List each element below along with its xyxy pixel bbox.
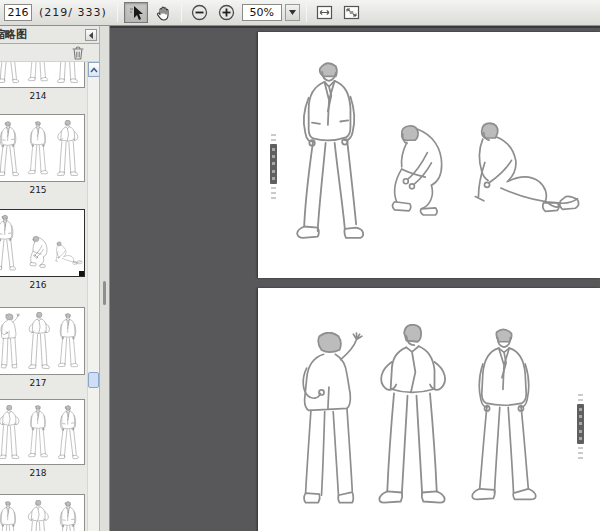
zoom-out-button[interactable] <box>188 2 212 23</box>
hand-icon <box>155 5 171 21</box>
sidebar-scrollbar[interactable] <box>87 62 99 531</box>
page-thumbnail-next-partial[interactable] <box>0 494 85 531</box>
select-tool-button[interactable] <box>124 2 148 23</box>
page-217-artwork <box>258 288 600 531</box>
zoom-in-button[interactable] <box>215 2 239 23</box>
fit-page-button[interactable] <box>340 2 364 23</box>
page-thumbnail-216-selected[interactable] <box>0 209 85 277</box>
thumbnail-page-label: 214 <box>0 91 85 101</box>
page-thumbnail-215[interactable] <box>0 114 85 182</box>
chevron-down-icon <box>289 10 296 15</box>
page-217[interactable] <box>258 288 600 531</box>
fit-page-icon <box>343 5 360 20</box>
page-thumbnail-218[interactable] <box>0 399 85 465</box>
toolbar-separator <box>181 4 182 22</box>
thumbnails-panel-header: 缩略图 <box>0 26 99 44</box>
thumbnail-page-label: 217 <box>0 378 85 388</box>
thumbnails-toolbar <box>0 44 99 62</box>
thumbnail-page-label: 216 <box>0 280 85 290</box>
page-216[interactable] <box>258 32 600 278</box>
hand-tool-button[interactable] <box>151 2 175 23</box>
minus-circle-icon <box>191 4 208 21</box>
thumbnail-page-label: 218 <box>0 468 85 478</box>
zoom-level-value[interactable]: 50% <box>242 4 282 21</box>
vertical-caption-strip <box>270 134 277 199</box>
document-viewer <box>110 26 600 531</box>
thumbnails-panel: 缩略图 214 <box>0 26 99 531</box>
vertical-caption-strip <box>577 394 584 459</box>
toolbar: (219/ 333) <box>0 0 600 26</box>
scrollbar-thumb[interactable] <box>88 372 99 388</box>
fit-width-button[interactable] <box>313 2 337 23</box>
toolbar-separator <box>117 4 118 22</box>
page-thumbnail-217[interactable] <box>0 307 85 375</box>
plus-circle-icon <box>218 4 235 21</box>
scroll-up-button[interactable] <box>88 62 99 77</box>
cursor-arrow-icon <box>128 5 144 21</box>
toolbar-separator <box>306 4 307 22</box>
splitter-grip[interactable] <box>103 281 106 305</box>
zoom-level-text: 50% <box>250 6 274 19</box>
trash-icon <box>72 46 84 60</box>
thumbnail-list: 214 215 216 <box>0 62 87 531</box>
page-thumbnail-214[interactable] <box>0 62 85 88</box>
panel-splitter[interactable] <box>99 26 110 531</box>
page-216-artwork <box>258 32 600 278</box>
page-number-input[interactable] <box>4 4 32 21</box>
pdf-viewer-window: (219/ 333) <box>0 0 600 531</box>
delete-page-button[interactable] <box>70 45 86 61</box>
page-count-label: (219/ 333) <box>39 6 107 19</box>
chevron-up-icon <box>90 67 98 73</box>
collapse-left-icon <box>88 32 95 39</box>
panel-collapse-button[interactable] <box>85 29 97 41</box>
thumbnail-page-label: 215 <box>0 185 85 195</box>
thumbnails-panel-title: 缩略图 <box>0 27 27 42</box>
fit-width-icon <box>316 5 333 20</box>
selection-handle <box>79 271 84 276</box>
zoom-dropdown-button[interactable] <box>285 4 300 21</box>
